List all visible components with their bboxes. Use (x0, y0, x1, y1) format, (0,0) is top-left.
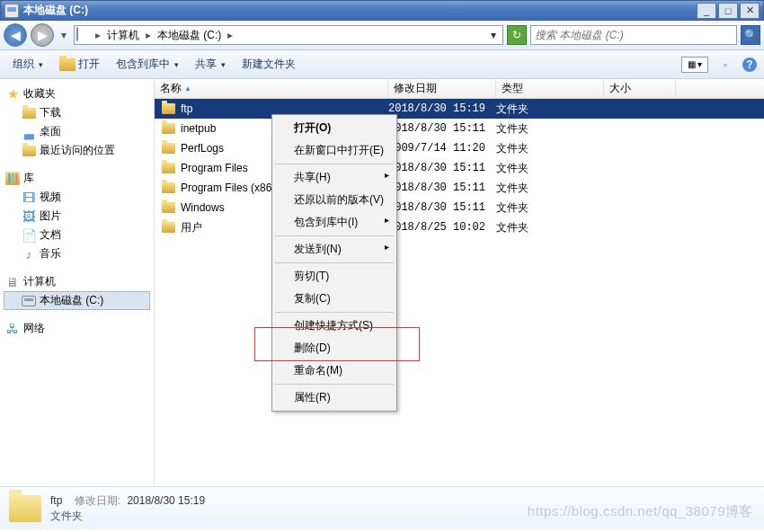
file-type: 文件夹 (496, 102, 604, 117)
details-type: 文件夹 (50, 509, 205, 524)
context-menu-item[interactable]: 剪切(T) (274, 265, 395, 288)
folder-icon (162, 222, 175, 233)
context-menu-item[interactable]: 重命名(M) (274, 359, 395, 382)
context-menu-item[interactable]: 复制(C) (274, 288, 395, 310)
file-row[interactable]: Program Files (x86)2018/8/30 15:11文件夹 (155, 178, 764, 198)
context-menu-item[interactable]: 打开(O) (274, 117, 395, 139)
libraries-header[interactable]: 库 (4, 169, 150, 188)
forward-button[interactable]: ▶ (31, 23, 54, 47)
breadcrumb-current[interactable]: 本地磁盘 (C:) (155, 28, 223, 43)
context-menu-item[interactable]: 发送到(N) (274, 238, 395, 261)
context-menu-item[interactable]: 还原以前的版本(V) (274, 189, 395, 211)
minimize-button[interactable]: _ (697, 3, 716, 19)
file-date: 2018/8/30 15:11 (388, 182, 496, 194)
address-dropdown[interactable]: ▾ (486, 29, 501, 41)
file-type: 文件夹 (496, 161, 604, 176)
maximize-button[interactable]: □ (718, 3, 738, 19)
file-type: 文件夹 (496, 121, 604, 137)
network-header[interactable]: 🖧 网络 (4, 319, 150, 338)
pictures-icon: 🖼 (22, 209, 36, 224)
sidebar-item-desktop[interactable]: ▃ 桌面 (4, 122, 150, 141)
chevron-right-icon[interactable]: ▸ (227, 29, 234, 41)
videos-icon: 🎞 (22, 191, 36, 205)
column-headers: 名称 ▲ 修改日期 类型 大小 (155, 79, 764, 99)
drive-icon (22, 294, 36, 308)
computer-header[interactable]: 🖥 计算机 (4, 272, 150, 291)
sidebar-item-videos[interactable]: 🎞 视频 (4, 188, 150, 207)
preview-pane-toggle[interactable]: ▫ (717, 57, 733, 73)
include-in-library-menu[interactable]: 包含到库中 (111, 54, 184, 75)
title-bar: 本地磁盘 (C:) _ □ ✕ (0, 0, 764, 21)
address-bar[interactable]: ▸ 计算机 ▸ 本地磁盘 (C:) ▸ ▾ (74, 25, 503, 45)
details-date-label: 修改日期: (75, 494, 120, 507)
column-header-name[interactable]: 名称 ▲ (155, 79, 388, 98)
folder-icon (162, 123, 175, 134)
file-row[interactable]: Windows2018/8/30 15:11文件夹 (155, 198, 764, 217)
file-row[interactable]: 用户2018/8/25 10:02文件夹 (155, 217, 764, 237)
recent-icon (22, 144, 36, 158)
sidebar-item-label: 图片 (40, 208, 61, 224)
sidebar-item-documents[interactable]: 📄 文档 (4, 226, 150, 244)
context-menu-item[interactable]: 包含到库中(I) (274, 211, 395, 234)
sidebar-item-label: 下载 (40, 105, 61, 120)
sidebar-item-music[interactable]: ♪ 音乐 (4, 244, 150, 263)
details-date-value: 2018/8/30 15:19 (127, 494, 205, 507)
context-menu-item[interactable]: 删除(D) (274, 337, 395, 359)
context-menu-item[interactable]: 在新窗口中打开(E) (274, 139, 395, 162)
navigation-bar: ◀ ▶ ▾ ▸ 计算机 ▸ 本地磁盘 (C:) ▸ ▾ ↻ 🔍 (0, 21, 764, 50)
file-date: 2018/8/30 15:11 (388, 162, 496, 174)
file-row[interactable]: PerfLogs2009/7/14 11:20文件夹 (155, 138, 764, 158)
sidebar-item-recent[interactable]: 最近访问的位置 (4, 141, 150, 160)
sidebar-item-pictures[interactable]: 🖼 图片 (4, 207, 150, 226)
view-selector[interactable]: ▦ ▾ (681, 57, 708, 73)
file-row[interactable]: Program Files2018/8/30 15:11文件夹 (155, 158, 764, 178)
breadcrumb-computer[interactable]: 计算机 (105, 28, 141, 43)
watermark-text: https://blog.csdn.net/qq_38079博客 (528, 503, 753, 520)
file-name: inetpub (181, 122, 216, 135)
chevron-right-icon[interactable]: ▸ (145, 29, 152, 41)
new-folder-button[interactable]: 新建文件夹 (236, 54, 301, 75)
search-button[interactable]: 🔍 (741, 25, 760, 45)
menu-separator (275, 384, 394, 385)
close-button[interactable]: ✕ (740, 3, 760, 19)
sidebar-item-label: 桌面 (40, 124, 61, 139)
file-date: 2018/8/30 15:11 (388, 201, 496, 214)
file-name: 用户 (181, 220, 202, 235)
history-dropdown[interactable]: ▾ (58, 26, 70, 44)
file-name: Program Files (181, 162, 248, 174)
file-list-pane: 名称 ▲ 修改日期 类型 大小 ftp2018/8/30 15:19文件夹ine… (155, 79, 764, 486)
file-row[interactable]: ftp2018/8/30 15:19文件夹 (155, 99, 764, 119)
column-header-date[interactable]: 修改日期 (388, 79, 496, 98)
search-bar[interactable] (530, 25, 737, 45)
sidebar-item-drive-c[interactable]: 本地磁盘 (C:) (4, 291, 150, 310)
help-icon[interactable]: ? (742, 58, 757, 72)
file-date: 2009/7/14 11:20 (388, 142, 496, 155)
navigation-pane: ★ 收藏夹 下载 ▃ 桌面 最近访问的位置 库 🎞 视频 (0, 79, 155, 486)
favorites-header[interactable]: ★ 收藏夹 (4, 84, 150, 103)
refresh-button[interactable]: ↻ (507, 25, 527, 45)
sidebar-item-downloads[interactable]: 下载 (4, 103, 150, 122)
window-title: 本地磁盘 (C:) (23, 3, 695, 18)
search-input[interactable] (535, 29, 733, 41)
file-row[interactable]: inetpub2018/8/30 15:11文件夹 (155, 119, 764, 138)
context-menu-item[interactable]: 属性(R) (274, 386, 395, 409)
column-header-size[interactable]: 大小 (604, 79, 676, 98)
organize-menu[interactable]: 组织 (7, 54, 49, 75)
folder-icon (22, 106, 36, 120)
back-button[interactable]: ◀ (4, 23, 27, 47)
file-type: 文件夹 (496, 141, 604, 156)
open-button[interactable]: 打开 (54, 54, 105, 75)
favorites-label: 收藏夹 (23, 86, 56, 102)
menu-separator (275, 164, 394, 164)
share-menu[interactable]: 共享 (190, 54, 231, 75)
folder-icon (162, 202, 175, 213)
folder-icon (162, 143, 175, 154)
context-menu-item[interactable]: 共享(H) (274, 166, 395, 189)
column-header-type[interactable]: 类型 (496, 79, 604, 98)
context-menu-item[interactable]: 创建快捷方式(S) (274, 315, 395, 337)
file-name: ftp (181, 102, 192, 115)
open-label: 打开 (78, 57, 100, 72)
chevron-right-icon[interactable]: ▸ (94, 29, 102, 41)
network-icon: 🖧 (5, 322, 20, 336)
drive-icon (4, 4, 19, 18)
